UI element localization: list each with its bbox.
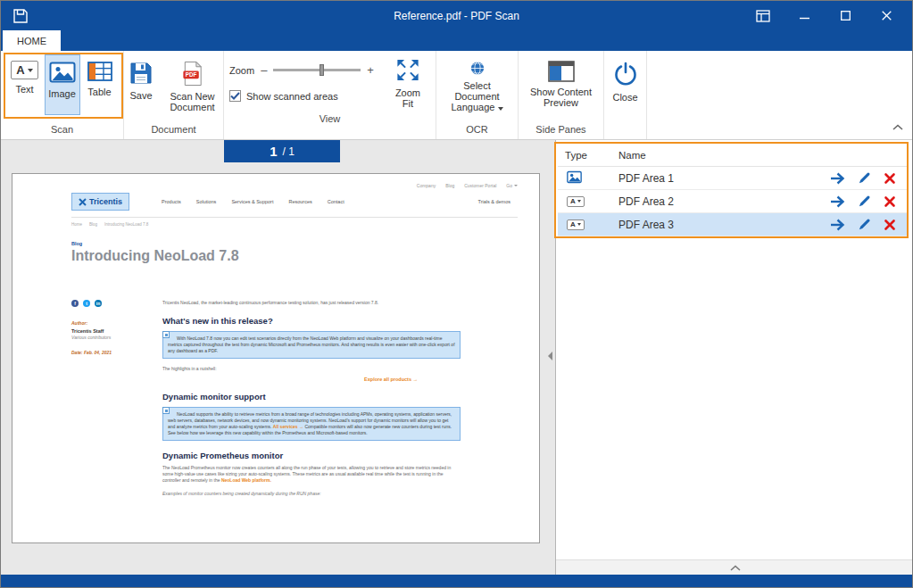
edit-area-button[interactable] <box>858 195 871 208</box>
pencil-icon <box>858 195 871 208</box>
doc-heading-prometheus: Dynamic Prometheus monitor <box>162 451 461 460</box>
zoom-label: Zoom <box>229 65 254 76</box>
table-row-pdf-area-1[interactable]: A PDF Area 1 <box>558 167 907 190</box>
zoom-slider[interactable] <box>273 69 361 71</box>
pdf-area-name: PDF Area 1 <box>618 172 829 185</box>
check-icon <box>230 92 240 100</box>
zoom-fit-label: Zoom Fit <box>389 87 427 109</box>
delete-x-icon <box>884 219 896 231</box>
text-area-icon: A <box>567 219 585 230</box>
statusbar <box>1 575 912 587</box>
edit-area-button[interactable] <box>858 218 871 231</box>
select-document-language-label: Select Document Language <box>451 80 499 112</box>
image-scan-button[interactable]: Image <box>45 54 80 115</box>
table-scan-button[interactable]: Table <box>82 54 118 115</box>
delete-x-icon <box>884 195 896 208</box>
areas-table: Type Name A PDF Area 1 <box>558 144 907 236</box>
delete-area-button[interactable] <box>884 172 896 185</box>
zoom-out-button[interactable]: – <box>261 63 267 77</box>
doc-link-explore: Explore all products → <box>162 377 418 382</box>
maximize-button[interactable] <box>825 1 866 30</box>
zoom-fit-button[interactable]: Zoom Fit <box>386 51 430 112</box>
pdf-area-name: PDF Area 2 <box>618 195 829 208</box>
doc-prometheus-paragraph: The NeoLoad Prometheus monitor now creat… <box>162 465 461 484</box>
chevron-up-icon <box>730 565 741 571</box>
edit-area-button[interactable] <box>858 171 871 185</box>
show-scanned-checkbox[interactable] <box>229 90 241 102</box>
doc-date: Date: Feb. 04, 2021 <box>71 350 162 355</box>
ribbon-display-options-icon[interactable] <box>743 1 784 30</box>
table-row-pdf-area-3[interactable]: A PDF Area 3 <box>558 213 907 236</box>
ribbon-tabstrip: HOME <box>1 30 912 51</box>
doc-nav-item: Services & Support <box>231 199 273 204</box>
goto-area-button[interactable] <box>829 219 845 231</box>
tab-home[interactable]: HOME <box>3 30 61 51</box>
save-button[interactable]: Save <box>124 54 158 115</box>
scanned-area-2[interactable]: NeoLoad supports the ability to retrieve… <box>162 407 461 441</box>
chevron-left-icon <box>547 351 553 361</box>
linkedin-icon: in <box>95 300 102 307</box>
zoom-slider-thumb[interactable] <box>320 64 324 76</box>
scan-new-document-button[interactable]: PDF Scan New Document <box>162 54 223 115</box>
doc-nav-item: Products <box>162 199 181 204</box>
image-icon <box>49 61 76 84</box>
goto-area-button[interactable] <box>829 172 845 185</box>
ribbon-group-label-ocr: OCR <box>436 122 518 139</box>
doc-author-label: Author: <box>71 320 162 326</box>
collapse-ribbon-button[interactable] <box>892 118 903 134</box>
facebook-icon: f <box>71 300 79 307</box>
window-title: Reference.pdf - PDF Scan <box>394 10 519 22</box>
doc-nav: Products Solutions Services & Support Re… <box>162 199 344 204</box>
zoom-in-button[interactable]: + <box>367 63 374 77</box>
close-window-button[interactable] <box>866 1 907 30</box>
show-content-preview-label: Show Content Preview <box>522 87 600 108</box>
show-content-preview-button[interactable]: Show Content Preview <box>519 54 603 115</box>
delete-area-button[interactable] <box>884 219 896 231</box>
ribbon-group-view: Zoom – + Show scanned areas Zoom Fit <box>224 51 436 139</box>
close-document-button[interactable]: Close <box>606 54 645 115</box>
doc-social-icons: f t in <box>71 300 162 307</box>
minimize-button[interactable] <box>784 1 825 30</box>
doc-category-label: Blog <box>71 241 518 246</box>
panel-expander[interactable] <box>556 559 913 575</box>
doc-topnav-item: Blog <box>445 183 454 188</box>
pdf-area-name: PDF Area 3 <box>618 219 829 231</box>
doc-title: Introducing NeoLoad 7.8 <box>71 248 518 264</box>
scanned-area-logo[interactable]: Tricentis <box>71 193 129 211</box>
doc-topnav: Company Blog Customer Portal Go <box>71 183 518 188</box>
app-save-icon <box>12 8 29 24</box>
power-icon <box>612 61 639 87</box>
goto-area-button[interactable] <box>829 195 845 208</box>
ribbon-group-ocr: Select Document Language OCR <box>436 51 519 139</box>
delete-area-button[interactable] <box>884 195 896 208</box>
arrow-right-icon <box>829 219 845 231</box>
areas-panel: Type Name A PDF Area 1 <box>555 140 913 576</box>
doc-topnav-item: Customer Portal <box>464 183 496 188</box>
doc-topnav-item: Company <box>417 183 436 188</box>
ribbon-group-close: Close <box>604 51 647 139</box>
collapse-panel-arrow[interactable] <box>547 349 553 365</box>
scanned-area-1[interactable]: With NeoLoad 7.8 now you can edit test s… <box>162 331 461 359</box>
breadcrumb-item: Introducing NeoLoad 7.8 <box>104 222 148 227</box>
breadcrumb-item: Blog <box>89 222 97 227</box>
globe-icon <box>464 61 491 76</box>
twitter-icon: t <box>83 300 90 307</box>
show-scanned-areas-option[interactable]: Show scanned areas <box>229 90 377 102</box>
doc-nav-item: Contact <box>328 199 344 204</box>
ribbon-group-document: Save PDF Scan New Document Document <box>124 51 224 139</box>
doc-link-all-services: All services → <box>273 424 303 429</box>
show-scanned-label: Show scanned areas <box>246 91 338 102</box>
select-document-language-button[interactable]: Select Document Language <box>436 54 518 115</box>
ribbon-group-label-view: View <box>224 112 436 128</box>
text-scan-button[interactable]: A Text <box>7 54 43 115</box>
doc-topnav-item: Go <box>506 183 518 188</box>
ribbon-group-scan: A Text Image Table Scan <box>1 51 124 139</box>
document-viewer: 1 / 1 Company Blog Customer Portal Go Tr… <box>1 140 555 576</box>
doc-intro: Tricentis NeoLoad, the market-leading co… <box>162 300 461 306</box>
doc-author-sub: Various contributors <box>71 335 162 340</box>
table-row-pdf-area-2[interactable]: A PDF Area 2 <box>558 190 907 213</box>
ribbon: A Text Image Table Scan Save <box>1 51 912 140</box>
save-label: Save <box>129 90 152 101</box>
text-area-icon: A <box>567 196 585 207</box>
pdf-document-icon: PDF <box>182 61 203 87</box>
